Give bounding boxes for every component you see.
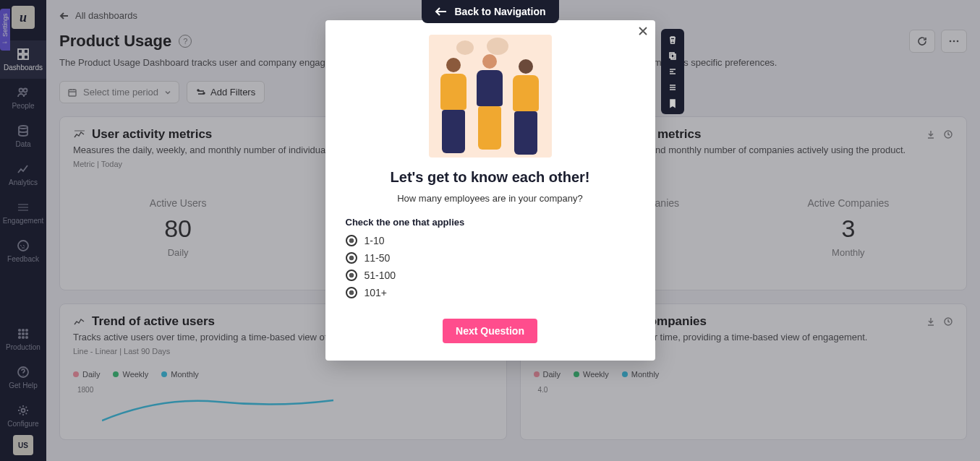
arrow-left-icon	[434, 7, 447, 17]
bookmark-tool[interactable]	[664, 97, 681, 110]
radio-group: 1-10 11-50 51-100 101+	[346, 235, 635, 298]
close-button[interactable]	[638, 26, 648, 39]
trash-tool[interactable]	[664, 33, 681, 46]
modal-prompt: Check the one that applies	[346, 217, 635, 228]
option-label: 51-100	[365, 270, 396, 281]
option-label: 101+	[365, 287, 388, 298]
close-icon	[638, 26, 648, 36]
survey-modal: Let's get to know each other! How many e…	[325, 20, 655, 361]
option-51-100[interactable]: 51-100	[346, 270, 635, 281]
back-nav-label: Back to Navigation	[454, 6, 545, 17]
next-question-button[interactable]: Next Question	[443, 319, 537, 343]
option-label: 1-10	[365, 235, 385, 246]
copy-tool[interactable]	[664, 49, 681, 62]
edit-toolbar	[661, 29, 684, 114]
option-1-10[interactable]: 1-10	[346, 235, 635, 246]
modal-subtitle: How many employees are in your company?	[346, 193, 635, 204]
list-tool[interactable]	[664, 81, 681, 94]
radio-icon	[346, 235, 357, 246]
option-label: 11-50	[365, 252, 391, 264]
radio-icon	[346, 270, 357, 281]
align-tool[interactable]	[664, 65, 681, 78]
svg-rect-27	[670, 53, 674, 58]
radio-icon	[346, 252, 357, 264]
back-to-navigation-button[interactable]: Back to Navigation	[421, 0, 558, 23]
svg-rect-28	[671, 54, 676, 59]
modal-title: Let's get to know each other!	[346, 169, 635, 186]
option-11-50[interactable]: 11-50	[346, 252, 635, 264]
option-101-plus[interactable]: 101+	[346, 287, 635, 298]
radio-icon	[346, 287, 357, 298]
modal-illustration	[429, 35, 552, 158]
